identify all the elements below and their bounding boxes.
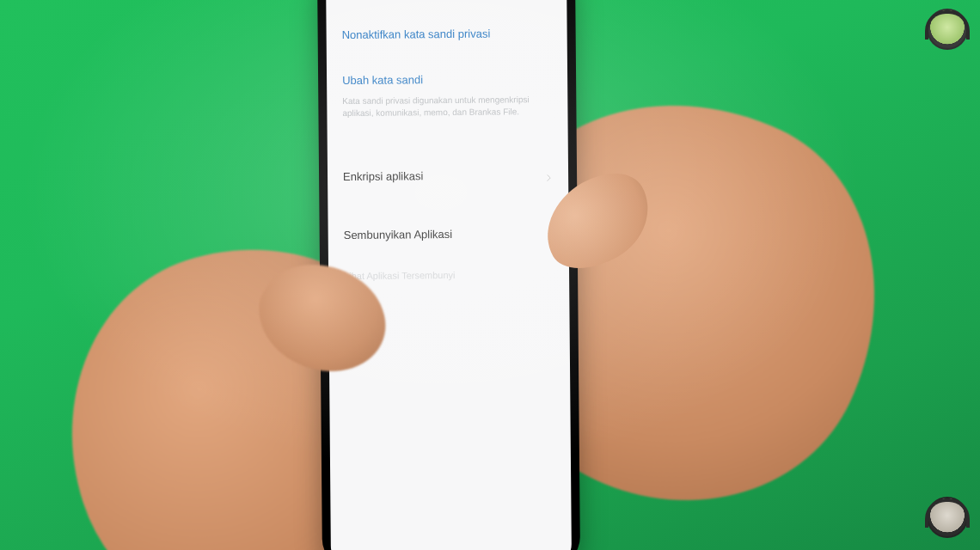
back-button[interactable] [334, 0, 357, 1]
right-thumb [529, 158, 666, 284]
view-hidden-apps-row[interactable]: Lihat Aplikasi Tersembunyi [344, 257, 554, 281]
app-encryption-row[interactable]: Enkripsi aplikasi [343, 150, 553, 200]
password-description: Kata sandi privasi digunakan untuk menge… [342, 89, 552, 119]
phone-screen: Privasi dan enkripsi aplikasi Nonaktifka… [326, 0, 572, 550]
left-hand [21, 202, 476, 550]
left-hand-finger [244, 248, 401, 388]
settings-content: Nonaktifkan kata sandi privasi Ubah kata… [326, 11, 569, 281]
phone-device: Privasi dan enkripsi aplikasi Nonaktifka… [317, 0, 580, 550]
channel-avatar-bottom [927, 497, 968, 538]
video-frame: Privasi dan enkripsi aplikasi Nonaktifka… [0, 0, 980, 550]
change-password-link[interactable]: Ubah kata sandi [342, 72, 552, 90]
left-thumb [245, 254, 371, 374]
hide-apps-label: Sembunyikan Aplikasi [344, 227, 453, 241]
right-hand [416, 38, 941, 550]
chevron-right-icon [544, 170, 553, 179]
app-encryption-label: Enkripsi aplikasi [343, 169, 423, 183]
channel-avatar-top [927, 9, 968, 50]
hide-apps-row[interactable]: Sembunyikan Aplikasi [343, 209, 553, 259]
disable-privacy-password-link[interactable]: Nonaktifkan kata sandi privasi [341, 11, 551, 45]
settings-header: Privasi dan enkripsi aplikasi [326, 0, 567, 13]
chevron-right-icon [545, 229, 554, 237]
